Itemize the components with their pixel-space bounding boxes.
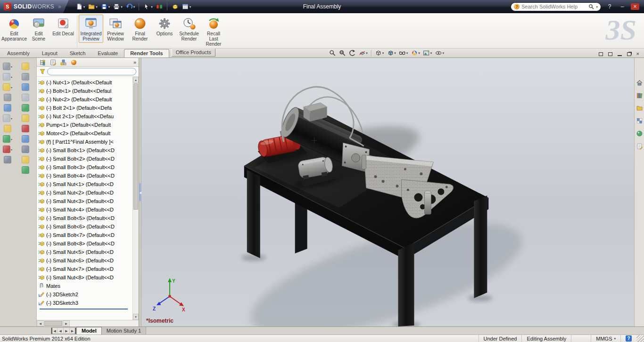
edit-decal-button[interactable]: Edit Decal: [51, 15, 75, 38]
display-style-button[interactable]: ▾: [386, 49, 396, 57]
featuremanager-tree-tab-icon[interactable]: [39, 59, 46, 66]
tree-horizontal-scrollbar[interactable]: ◀ ▶: [37, 320, 139, 326]
tree-item[interactable]: (-) Small Bolt<2> (Default<<D: [38, 155, 132, 163]
tree-item[interactable]: (-) Small Nut<4> (Default<<D: [38, 205, 132, 214]
edit-scene-button[interactable]: Edit Scene: [26, 15, 51, 43]
view-settings-button[interactable]: ▾: [434, 49, 445, 57]
minimize-button[interactable]: –: [618, 3, 627, 10]
tree-item[interactable]: (-) Small Bolt<1> (Default<<D: [38, 146, 132, 155]
tree-item[interactable]: (-) Small Nut<7> (Default<<D: [38, 265, 132, 273]
tab-office-products[interactable]: Office Products: [172, 49, 215, 57]
left-dock-tool-button[interactable]: [4, 94, 11, 101]
left-dock-tool-button[interactable]: [4, 156, 11, 163]
previous-view-button[interactable]: [348, 49, 356, 57]
tree-item[interactable]: (-) Small Nut<5> (Default<<D: [38, 248, 132, 256]
tree-item[interactable]: (-) Nut<2> (Default<<Default: [38, 95, 132, 104]
zoom-to-fit-button[interactable]: [328, 49, 336, 57]
tab-assembly[interactable]: Assembly: [1, 49, 36, 57]
tree-item[interactable]: (-) Small Nut<3> (Default<<D: [38, 197, 132, 205]
last-tab-icon[interactable]: ▶: [70, 328, 76, 334]
left-dock-tool-button[interactable]: [22, 125, 29, 132]
search-icon[interactable]: [588, 4, 594, 9]
tree-item[interactable]: (-) Small Nut<6> (Default<<D: [38, 256, 132, 265]
left-dock-tool-button[interactable]: [22, 83, 29, 91]
left-dock-tool-button[interactable]: ▾: [3, 83, 12, 91]
tree-item[interactable]: Mates: [38, 282, 132, 290]
assembly-3d-scene[interactable]: [141, 58, 634, 326]
custom-properties-button[interactable]: [636, 142, 644, 150]
view-orientation-button[interactable]: ▾: [374, 49, 385, 57]
left-dock-tool-button[interactable]: ▾: [3, 114, 12, 122]
hide-show-items-button[interactable]: ▾: [398, 49, 409, 57]
left-dock-tool-button[interactable]: [22, 63, 29, 70]
tree-item[interactable]: (-) Small Bolt<4> (Default<<D: [38, 171, 132, 180]
edit-component-button[interactable]: [170, 2, 180, 11]
scroll-up-icon[interactable]: ▲: [133, 77, 139, 83]
edit-appearance-hud-button[interactable]: ▾: [410, 49, 421, 57]
left-dock-tool-button[interactable]: [22, 146, 29, 153]
next-tab-icon[interactable]: ▶: [64, 328, 70, 334]
configurationmanager-tab-icon[interactable]: [60, 59, 67, 66]
close-button[interactable]: ×: [631, 3, 639, 10]
edit-appearance-button[interactable]: Edit Appearance: [2, 15, 26, 43]
save-button[interactable]: ▾: [99, 2, 111, 11]
left-dock-tool-button[interactable]: [22, 135, 29, 143]
panel-overflow-chevron-icon[interactable]: »: [133, 59, 136, 65]
left-dock-tool-button[interactable]: [22, 166, 29, 174]
tab-model[interactable]: Model: [76, 327, 102, 334]
tree-item[interactable]: (-) Small Bolt<8> (Default<<D: [38, 239, 132, 248]
tree-vertical-scrollbar[interactable]: ▲ ▼: [132, 77, 139, 320]
filter-funnel-icon[interactable]: [39, 68, 46, 75]
help-search-box[interactable]: ? ▾: [511, 2, 601, 11]
tab-sketch[interactable]: Sketch: [64, 49, 92, 57]
search-options-caret-icon[interactable]: ▾: [596, 5, 598, 8]
scrollbar-thumb[interactable]: [133, 83, 138, 210]
design-table-button[interactable]: ▾: [181, 2, 192, 11]
restore-down-icon[interactable]: [599, 52, 603, 56]
tree-item[interactable]: (-) Small Bolt<7> (Default<<D: [38, 231, 132, 239]
tree-item[interactable]: (-) Small Nut<8> (Default<<D: [38, 273, 132, 282]
first-tab-icon[interactable]: ◀: [51, 328, 58, 334]
resize-grip[interactable]: [636, 335, 644, 342]
left-dock-tool-button[interactable]: [4, 125, 11, 132]
pin-part[interactable]: [424, 191, 431, 214]
tree-item[interactable]: (-) Small Bolt<6> (Default<<D: [38, 222, 132, 231]
appearances-scenes-button[interactable]: [636, 130, 644, 138]
integrated-preview-button[interactable]: Integrated Preview: [79, 15, 103, 43]
tree-item[interactable]: Motor<2> (Default<<Default: [38, 129, 132, 138]
left-dock-tool-button[interactable]: [22, 94, 29, 101]
tab-layout[interactable]: Layout: [36, 49, 64, 57]
left-dock-tool-button[interactable]: ▾: [3, 73, 12, 81]
new-document-button[interactable]: ▾: [74, 2, 86, 11]
search-input[interactable]: [521, 4, 586, 9]
quick-tips-segment[interactable]: ?: [620, 335, 636, 342]
tree-item[interactable]: (-) Small Bolt<3> (Default<<D: [38, 163, 132, 171]
left-dock-tool-button[interactable]: [22, 73, 29, 81]
undo-button[interactable]: ▾: [124, 2, 136, 11]
close-document-icon[interactable]: ×: [636, 52, 639, 56]
preview-window-button[interactable]: Preview Window: [103, 15, 128, 43]
tree-item[interactable]: Pump<1> (Default<<Default: [38, 121, 132, 129]
recall-last-render-button[interactable]: Recall Last Render: [201, 15, 226, 48]
scroll-left-icon[interactable]: ◀: [37, 320, 44, 326]
left-dock-tool-button[interactable]: [22, 114, 29, 122]
left-dock-tool-button[interactable]: [22, 156, 29, 163]
rebuild-toggle-button[interactable]: [155, 2, 164, 11]
file-explorer-button[interactable]: [636, 104, 644, 112]
select-button[interactable]: ▾: [142, 2, 154, 11]
tab-render-tools[interactable]: Render Tools: [124, 49, 169, 57]
tab-evaluate[interactable]: Evaluate: [91, 49, 124, 57]
tree-item[interactable]: (-) Bolt 2<1> (Default<<Defa: [38, 104, 132, 112]
print-button[interactable]: ▾: [112, 2, 124, 11]
tab-motion-study-1[interactable]: Motion Study 1: [102, 327, 146, 334]
left-dock-tool-button[interactable]: ▾: [3, 63, 12, 70]
tree-filter-input[interactable]: [47, 68, 136, 75]
tree-item[interactable]: (-) Nut 2<1> (Default<<Defau: [38, 112, 132, 121]
minimize-document-icon[interactable]: [618, 52, 622, 56]
left-dock-tool-button[interactable]: [22, 104, 29, 112]
tree-item[interactable]: (-) 3DSketch2: [38, 290, 132, 299]
open-button[interactable]: ▾: [87, 2, 99, 11]
rollback-bar[interactable]: [40, 309, 128, 309]
tree-item[interactable]: (-) Bolt<1> (Default<<Defaul: [38, 87, 132, 95]
tree-item[interactable]: (f) [ Part11^Final Assembly ]<: [38, 138, 132, 146]
